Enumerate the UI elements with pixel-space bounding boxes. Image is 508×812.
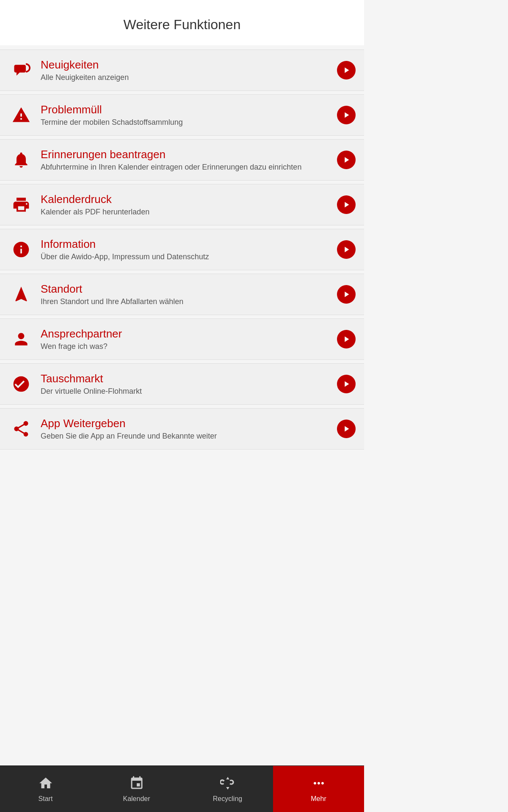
menu-item-weitergeben[interactable]: App Weitergeben Geben Sie die App an Fre…	[0, 408, 364, 450]
item-subtitle-weitergeben: Geben Sie die App an Freunde und Bekannt…	[41, 432, 337, 441]
item-title-information: Information	[41, 238, 337, 251]
menu-item-problemmuell[interactable]: Problemmüll Termine der mobilen Schadsto…	[0, 94, 364, 136]
item-text-problemmuell: Problemmüll Termine der mobilen Schadsto…	[34, 103, 337, 127]
nav-item-start[interactable]: Start	[0, 766, 91, 812]
dots-icon	[311, 776, 326, 793]
item-text-ansprechpartner: Ansprechpartner Wen frage ich was?	[34, 327, 337, 351]
item-text-standort: Standort Ihren Standort und Ihre Abfalla…	[34, 283, 337, 306]
item-text-erinnerungen: Erinnerungen beantragen Abfuhrtermine in…	[34, 148, 337, 172]
nav-label-start: Start	[39, 795, 53, 803]
calendar-icon	[129, 776, 144, 793]
item-subtitle-ansprechpartner: Wen frage ich was?	[41, 342, 337, 351]
nav-label-kalender: Kalender	[123, 795, 150, 803]
home-icon	[38, 776, 53, 793]
arrow-icon-information	[337, 240, 356, 259]
recycle-icon	[220, 776, 235, 793]
nav-label-recycling: Recycling	[213, 795, 242, 803]
item-title-problemmuell: Problemmüll	[41, 103, 337, 116]
item-text-tauschmarkt: Tauschmarkt Der virtuelle Online-Flohmar…	[34, 372, 337, 396]
arrow-icon-neuigkeiten	[337, 61, 356, 80]
item-title-ansprechpartner: Ansprechpartner	[41, 327, 337, 340]
arrow-icon-problemmuell	[337, 106, 356, 124]
warning-icon	[8, 102, 34, 128]
menu-item-kalenderdruck[interactable]: Kalenderdruck Kalender als PDF herunterl…	[0, 184, 364, 225]
bell-icon	[8, 147, 34, 173]
arrow-icon-kalenderdruck	[337, 195, 356, 214]
item-title-erinnerungen: Erinnerungen beantragen	[41, 148, 337, 161]
arrow-icon-weitergeben	[337, 420, 356, 438]
megaphone-icon	[8, 58, 34, 83]
arrow-icon-ansprechpartner	[337, 330, 356, 348]
arrow-icon-erinnerungen	[337, 151, 356, 169]
printer-icon	[8, 192, 34, 217]
menu-item-ansprechpartner[interactable]: Ansprechpartner Wen frage ich was?	[0, 318, 364, 360]
item-title-neuigkeiten: Neuigkeiten	[41, 58, 337, 71]
nav-item-kalender[interactable]: Kalender	[91, 766, 182, 812]
nav-item-recycling[interactable]: Recycling	[182, 766, 273, 812]
menu-list: Neuigkeiten Alle Neuigkeiten anzeigen Pr…	[0, 45, 364, 765]
page-title: Weitere Funktionen	[0, 0, 364, 45]
menu-item-neuigkeiten[interactable]: Neuigkeiten Alle Neuigkeiten anzeigen	[0, 49, 364, 91]
item-title-standort: Standort	[41, 283, 337, 296]
item-subtitle-neuigkeiten: Alle Neuigkeiten anzeigen	[41, 73, 337, 82]
item-subtitle-information: Über die Awido-App, Impressum und Datens…	[41, 252, 337, 261]
item-subtitle-problemmuell: Termine der mobilen Schadstoffsammlung	[41, 118, 337, 127]
item-title-weitergeben: App Weitergeben	[41, 417, 337, 430]
nav-label-mehr: Mehr	[311, 795, 326, 803]
item-text-neuigkeiten: Neuigkeiten Alle Neuigkeiten anzeigen	[34, 58, 337, 82]
item-text-weitergeben: App Weitergeben Geben Sie die App an Fre…	[34, 417, 337, 441]
item-text-kalenderdruck: Kalenderdruck Kalender als PDF herunterl…	[34, 193, 337, 217]
menu-item-standort[interactable]: Standort Ihren Standort und Ihre Abfalla…	[0, 274, 364, 315]
person-icon	[8, 326, 34, 352]
item-subtitle-kalenderdruck: Kalender als PDF herunterladen	[41, 208, 337, 217]
arrow-icon-standort	[337, 285, 356, 304]
nav-item-mehr[interactable]: Mehr	[273, 766, 364, 812]
item-subtitle-standort: Ihren Standort und Ihre Abfallarten wähl…	[41, 297, 337, 306]
item-subtitle-tauschmarkt: Der virtuelle Online-Flohmarkt	[41, 387, 337, 396]
item-title-tauschmarkt: Tauschmarkt	[41, 372, 337, 385]
menu-item-information[interactable]: Information Über die Awido-App, Impressu…	[0, 229, 364, 270]
info-icon	[8, 237, 34, 262]
item-subtitle-erinnerungen: Abfuhrtermine in Ihren Kalender eintrage…	[41, 163, 337, 172]
item-text-information: Information Über die Awido-App, Impressu…	[34, 238, 337, 261]
menu-item-tauschmarkt[interactable]: Tauschmarkt Der virtuelle Online-Flohmar…	[0, 363, 364, 405]
location-icon	[8, 282, 34, 307]
share-icon	[8, 416, 34, 442]
exchange-icon	[8, 371, 34, 397]
item-title-kalenderdruck: Kalenderdruck	[41, 193, 337, 206]
arrow-icon-tauschmarkt	[337, 375, 356, 393]
bottom-nav: Start Kalender Recycling Mehr	[0, 765, 364, 812]
menu-item-erinnerungen[interactable]: Erinnerungen beantragen Abfuhrtermine in…	[0, 139, 364, 181]
